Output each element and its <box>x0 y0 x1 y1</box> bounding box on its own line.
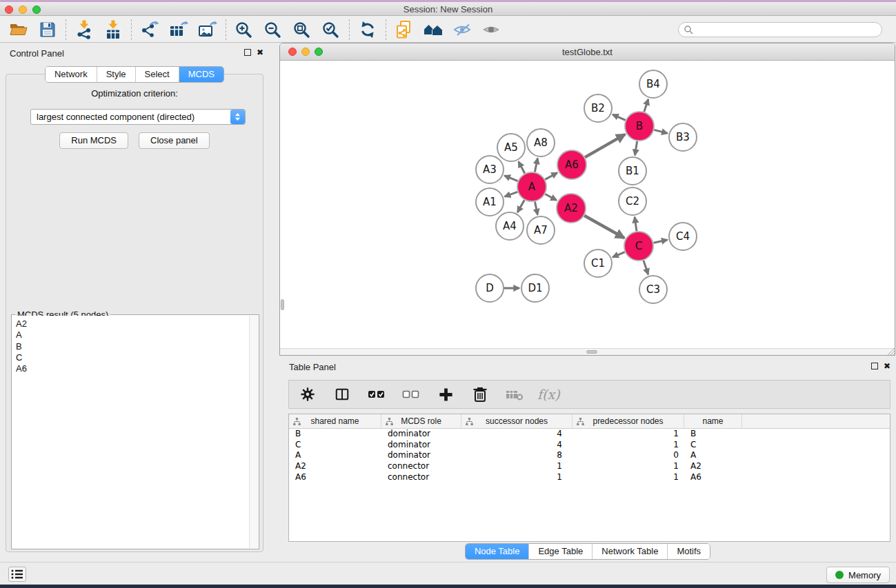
publication-ready-button[interactable] <box>450 19 474 41</box>
table-cell[interactable]: 8 <box>461 450 573 461</box>
graph-edge-A6-B[interactable] <box>585 134 625 157</box>
tab-edge-table[interactable]: Edge Table <box>529 544 593 559</box>
graph-edge-A-A1[interactable] <box>505 192 518 196</box>
table-cell[interactable]: 1 <box>573 440 684 451</box>
zoom-in-button[interactable] <box>232 19 256 41</box>
tab-network-table[interactable]: Network Table <box>593 544 668 559</box>
bird-eye-view-button[interactable] <box>479 19 503 41</box>
resize-grip-icon[interactable] <box>886 346 895 355</box>
graph-edge-A-A7[interactable] <box>535 202 537 215</box>
table-cell[interactable]: 1 <box>461 461 573 472</box>
export-image-button[interactable] <box>196 19 219 41</box>
table-row[interactable]: A6connector11A6 <box>289 472 890 483</box>
tab-motifs[interactable]: Motifs <box>668 544 710 559</box>
column-header-predecessor-nodes[interactable]: predecessor nodes <box>573 414 684 428</box>
memory-button[interactable]: Memory <box>826 567 890 583</box>
table-cell[interactable]: A6 <box>289 472 381 483</box>
search-input[interactable] <box>678 22 882 37</box>
table-row[interactable]: Adominator80A <box>289 450 890 461</box>
table-cell[interactable]: dominator <box>381 440 461 451</box>
graph-edge-B-B3[interactable] <box>654 130 667 133</box>
duplicate-network-button[interactable] <box>392 19 416 41</box>
graph-edge-B-B4[interactable] <box>644 99 648 112</box>
table-cell[interactable]: A <box>684 450 742 461</box>
close-table-panel-icon[interactable]: ✖ <box>884 362 890 370</box>
zoom-out-button[interactable] <box>261 19 285 41</box>
table-cell[interactable]: 1 <box>461 472 573 483</box>
graph-edge-C-C4[interactable] <box>653 240 667 243</box>
table-cell[interactable]: dominator <box>381 450 461 461</box>
table-cell[interactable]: B <box>289 429 381 440</box>
close-panel-icon[interactable]: ✖ <box>257 48 263 57</box>
graph-edge-C-C2[interactable] <box>635 217 637 231</box>
horizontal-scrollbar[interactable] <box>280 348 895 355</box>
graph-edge-B-B2[interactable] <box>613 114 626 120</box>
result-scrollbar[interactable] <box>249 316 258 548</box>
table-cell[interactable]: C <box>289 440 381 451</box>
split-view-button[interactable] <box>330 383 354 405</box>
open-session-button[interactable] <box>7 19 30 41</box>
zoom-fit-button[interactable] <box>290 19 314 41</box>
function-builder-button[interactable]: f(x) <box>537 383 560 405</box>
task-history-button[interactable] <box>8 567 26 582</box>
criterion-dropdown[interactable]: largest connected component (directed) <box>30 109 246 125</box>
import-table-button[interactable] <box>101 19 125 41</box>
export-network-button[interactable] <box>138 19 161 41</box>
table-cell[interactable]: C <box>684 440 742 451</box>
float-table-panel-icon[interactable] <box>871 363 878 369</box>
graph-edge-A-A8[interactable] <box>535 159 537 172</box>
graph-edge-A-A2[interactable] <box>545 194 557 201</box>
table-cell[interactable]: connector <box>381 461 461 472</box>
table-cell[interactable]: 4 <box>461 440 573 451</box>
graph-edge-C-C3[interactable] <box>644 261 648 274</box>
table-cell[interactable]: 1 <box>573 472 684 483</box>
table-cell[interactable]: A6 <box>684 472 742 483</box>
delete-column-button[interactable] <box>468 383 492 405</box>
export-table-button[interactable] <box>167 19 190 41</box>
table-cell[interactable]: dominator <box>381 429 461 440</box>
save-session-button[interactable] <box>36 19 59 41</box>
table-row[interactable]: A2connector11A2 <box>289 461 890 472</box>
result-list-item[interactable]: B <box>16 341 249 352</box>
table-cell[interactable]: 0 <box>573 450 684 461</box>
graph-edge-A-A4[interactable] <box>517 200 524 212</box>
table-cell[interactable]: A <box>289 450 381 461</box>
table-settings-button[interactable] <box>296 383 319 405</box>
result-list-item[interactable]: A6 <box>16 363 249 374</box>
result-list-item[interactable]: C <box>16 352 249 363</box>
add-column-button[interactable] <box>434 383 457 405</box>
graph-edge-A-A3[interactable] <box>504 176 517 181</box>
table-row[interactable]: Cdominator41C <box>289 440 890 451</box>
deselect-all-button[interactable] <box>399 383 423 405</box>
home-button[interactable] <box>421 19 445 41</box>
zoom-selected-button[interactable] <box>319 19 343 41</box>
network-graph[interactable]: B4B2BB3A5A8A6B1A3AA1C2A2A4A7CC4C1C3DD1 <box>280 61 895 348</box>
table-cell[interactable]: 4 <box>461 429 573 440</box>
table-row[interactable]: Bdominator41B <box>289 429 890 440</box>
run-mcds-button[interactable]: Run MCDS <box>59 132 128 149</box>
horizontal-scrollbar-thumb[interactable] <box>586 350 597 354</box>
table-cell[interactable]: 1 <box>573 461 684 472</box>
column-header-shared-name[interactable]: shared name <box>289 414 381 428</box>
tab-node-table[interactable]: Node Table <box>466 544 530 559</box>
result-list-item[interactable]: A2 <box>16 318 249 330</box>
graph-edge-A2-C[interactable] <box>584 216 624 238</box>
tab-mcds[interactable]: MCDS <box>179 67 223 82</box>
close-panel-button[interactable]: Close panel <box>139 132 210 149</box>
table-cell[interactable]: connector <box>381 472 461 483</box>
column-header-mcds-role[interactable]: MCDS role <box>381 414 461 428</box>
vertical-scrollbar-thumb[interactable] <box>281 299 284 310</box>
tab-style[interactable]: Style <box>97 67 136 82</box>
delete-table-button[interactable] <box>503 383 526 405</box>
table-cell[interactable]: 1 <box>573 429 684 440</box>
tab-network[interactable]: Network <box>46 67 97 82</box>
graph-edge-A-A6[interactable] <box>545 173 557 180</box>
tab-select[interactable]: Select <box>136 67 179 82</box>
import-network-button[interactable] <box>72 19 96 41</box>
table-cell[interactable]: B <box>684 429 742 440</box>
graph-edge-B-B1[interactable] <box>635 141 637 156</box>
graph-edge-C-C1[interactable] <box>613 252 625 257</box>
column-header-successor-nodes[interactable]: successor nodes <box>461 414 573 428</box>
table-cell[interactable]: A2 <box>684 461 742 472</box>
graph-edge-A-A5[interactable] <box>519 161 525 173</box>
